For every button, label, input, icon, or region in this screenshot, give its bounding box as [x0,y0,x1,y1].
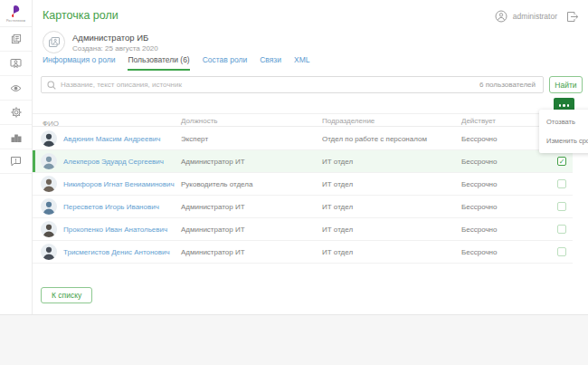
position-cell: Администратор ИТ [181,203,245,211]
sidebar-item-monitoring[interactable] [0,76,32,101]
user-area: administrator [495,10,579,23]
tab-4[interactable]: XML [294,55,309,71]
app-logo[interactable]: Ростелеком [0,0,32,27]
search-input[interactable] [61,81,479,89]
validity-cell: Бессрочно [461,135,497,143]
table-row[interactable]: Прокопенко Иван Анатольевич Администрато… [33,218,573,241]
sidebar-item-id-badge[interactable] [0,52,32,76]
tab-0[interactable]: Информация о роли [43,55,115,71]
sidebar-item-feedback[interactable] [0,149,32,174]
role-avatar [43,31,65,53]
column-header-department[interactable]: Подразделение [322,117,375,125]
table-row[interactable]: Никифоров Игнат Вениаминович Руководител… [33,173,573,196]
department-cell: Отдел по работе с персоналом [322,135,427,143]
sidebar-item-settings[interactable] [0,101,32,125]
bottom-background [0,314,588,365]
row-checkbox[interactable] [557,247,566,256]
sort-asc-icon: ↑ [43,120,46,128]
ellipsis-dot [559,104,561,106]
validity-cell: Бессрочно [461,248,497,256]
feedback-icon [10,156,22,167]
gear-icon [11,107,22,118]
row-checkbox[interactable] [557,179,566,188]
table-header: ФИО ↑ Должность Подразделение Действует [33,113,573,127]
search-box: 6 пользователей [41,76,544,93]
user-avatar [41,153,57,169]
validity-cell: Бессрочно [461,226,497,234]
column-header-position[interactable]: Должность [181,117,218,125]
department-cell: ИТ отдел [322,180,353,188]
logout-icon[interactable] [566,11,579,23]
context-menu-item[interactable]: Изменить срок [539,131,588,150]
logo-text: Ростелеком [6,19,25,23]
validity-cell: Бессрочно [461,158,497,166]
result-count: 6 пользователей [479,81,536,89]
row-checkbox[interactable] [557,202,566,211]
sidebar-item-documents[interactable] [0,27,32,52]
row-checkbox[interactable] [557,225,566,234]
context-menu-item[interactable]: Отозвать [539,112,588,131]
table-row[interactable]: Трисмегистов Денис Антонович Администрат… [33,241,573,264]
user-name-link[interactable]: Никифоров Игнат Вениаминович [63,180,175,188]
tab-bar: Информация о ролиПользователи (6)Состав … [43,55,310,71]
bar-chart-icon [11,132,22,142]
table-row[interactable]: Пересветов Игорь Иванович Администратор … [33,196,573,218]
search-icon [47,81,56,90]
user-avatar [41,244,57,260]
main-content: Карточка роли administrator Администрато… [33,0,588,314]
user-avatar [41,221,57,237]
user-circle-icon [495,10,507,23]
eye-icon [10,84,22,92]
user-name-link[interactable]: Авдюнин Максим Андреевич [63,135,160,143]
tab-3[interactable]: Связи [260,55,281,71]
ellipsis-dot [567,104,569,106]
position-cell: Администратор ИТ [181,158,245,166]
position-cell: Руководитель отдела [181,180,252,188]
row-checkbox[interactable]: ✓ [557,157,566,166]
back-to-list-button[interactable]: К списку [41,287,92,303]
department-cell: ИТ отдел [322,226,353,234]
department-cell: ИТ отдел [322,158,353,166]
current-user-label: administrator [513,12,557,21]
user-avatar [41,130,57,147]
table-row[interactable]: Алекперов Эдуард Сергеевич Администратор… [33,150,573,173]
user-avatar [41,198,57,215]
actions-context-menu: ОтозватьИзменить срок [539,110,588,153]
table-row[interactable]: Авдюнин Максим Андреевич Эксперт Отдел п… [33,128,573,150]
id-badge-icon [10,58,22,69]
role-name: Администратор ИБ [72,33,148,43]
page-title: Карточка роли [43,9,119,22]
role-photos-icon [48,36,61,48]
user-name-link[interactable]: Прокопенко Иван Анатольевич [63,226,167,234]
find-button[interactable]: Найти [549,76,583,93]
sidebar: Ростелеком [0,0,33,314]
tab-1[interactable]: Пользователи (6) [128,55,189,71]
user-avatar [41,176,57,192]
department-cell: ИТ отдел [322,203,353,211]
rostelecom-logo-icon [10,5,22,18]
position-cell: Администратор ИТ [181,226,245,234]
validity-cell: Бессрочно [461,203,497,211]
ellipsis-dot [563,104,564,106]
table-body: Авдюнин Максим Андреевич Эксперт Отдел п… [33,128,573,264]
sidebar-item-reports[interactable] [0,125,32,149]
documents-icon [11,34,22,44]
user-name-link[interactable]: Пересветов Игорь Иванович [63,203,159,211]
column-header-validity[interactable]: Действует [461,117,496,125]
role-created-date: Создана: 25 августа 2020 [72,44,158,53]
department-cell: ИТ отдел [322,248,353,256]
position-cell: Эксперт [181,135,208,143]
tab-2[interactable]: Состав роли [203,55,248,71]
validity-cell: Бессрочно [461,180,497,188]
user-name-link[interactable]: Трисмегистов Денис Антонович [63,248,170,256]
position-cell: Администратор ИТ [181,248,245,256]
user-name-link[interactable]: Алекперов Эдуард Сергеевич [63,158,164,166]
